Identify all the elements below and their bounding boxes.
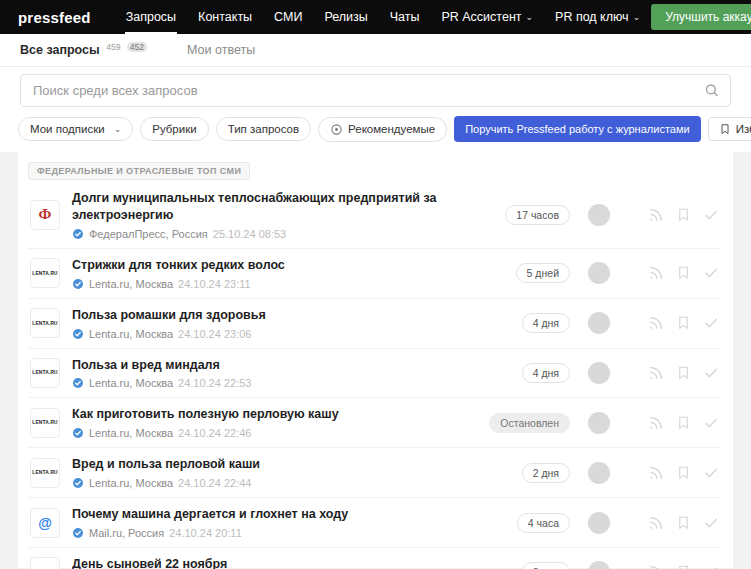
nav-item[interactable]: Чаты (379, 0, 431, 34)
request-title[interactable]: Стрижки для тонких редких волос (72, 257, 285, 274)
request-title[interactable]: Польза и вред миндаля (72, 357, 251, 374)
rss-icon[interactable] (648, 415, 664, 431)
nav-item-label: Релизы (324, 10, 367, 24)
topbar-right: Улучшить аккаунт NEW (651, 0, 751, 34)
assign-pressfeed-button[interactable]: Поручить Pressfeed работу с журналистами (454, 116, 700, 142)
bookmark-icon (719, 123, 731, 135)
my-subscriptions-filter[interactable]: Мои подписки ⌄ (18, 117, 133, 141)
rss-icon[interactable] (648, 207, 664, 223)
rss-icon[interactable] (648, 515, 664, 531)
request-row[interactable]: Ф Долги муниципальных теплоснабжающих пр… (28, 182, 721, 249)
nav-item[interactable]: СМИ (263, 0, 313, 34)
verified-icon (72, 377, 84, 389)
request-row[interactable]: LENTA.RU Стрижки для тонких редких волос… (28, 249, 721, 299)
request-row[interactable]: LENTA.RU Вред и польза перловой каши Len… (28, 448, 721, 498)
request-row[interactable]: LENTA.RU День сыновей 22 ноября Lenta.ru… (28, 548, 721, 569)
source-logo: LENTA.RU (30, 258, 60, 288)
deadline-badge: 2 дня (522, 463, 570, 483)
nav-item-label: Запросы (126, 10, 176, 24)
source-logo-text: LENTA.RU (32, 420, 58, 425)
source-logo-text: LENTA.RU (32, 470, 58, 475)
requests-count-secondary: 452 (127, 42, 147, 52)
request-types-filter[interactable]: Тип запросов (216, 117, 311, 141)
requests-card: ФЕДЕРАЛЬНЫЕ И ОТРАСЛЕВЫЕ ТОП СМИ Ф Долги… (18, 152, 733, 568)
request-types-label: Тип запросов (228, 123, 299, 135)
favorites-button[interactable]: Избранное (708, 117, 751, 141)
avatar (588, 204, 610, 226)
rss-icon[interactable] (648, 365, 664, 381)
request-datetime: 24.10.24 22:53 (178, 377, 251, 389)
check-icon[interactable] (703, 365, 719, 381)
request-source: Lenta.ru, Москва (89, 377, 173, 389)
bookmark-icon[interactable] (676, 465, 691, 481)
check-icon[interactable] (703, 564, 719, 569)
rss-icon[interactable] (648, 315, 664, 331)
request-row[interactable]: @ Почему машина дергается и глохнет на х… (28, 498, 721, 548)
request-datetime: 24.10.24 23:11 (178, 278, 251, 290)
tab-all-requests[interactable]: Все запросы 459 452 (20, 43, 147, 57)
source-logo: LENTA.RU (30, 557, 60, 569)
rss-icon[interactable] (648, 265, 664, 281)
bookmark-icon[interactable] (676, 515, 691, 531)
nav-item[interactable]: PR под ключ ⌄ (544, 0, 651, 34)
deadline-badge: 5 дней (516, 263, 570, 283)
rss-icon[interactable] (648, 564, 664, 569)
request-title[interactable]: Почему машина дергается и глохнет на ход… (72, 506, 348, 523)
top-bar: pressfeed Запросы Контакты СМИ Релизы (0, 0, 751, 34)
pressfeed-logo[interactable]: pressfeed (18, 0, 91, 34)
request-row[interactable]: LENTA.RU Как приготовить полезную перлов… (28, 398, 721, 448)
request-row[interactable]: LENTA.RU Польза и вред миндаля Lenta.ru,… (28, 349, 721, 399)
check-icon[interactable] (703, 465, 719, 481)
request-title[interactable]: День сыновей 22 ноября (72, 556, 251, 569)
verified-icon (72, 477, 84, 489)
request-title[interactable]: Польза ромашки для здоровья (72, 307, 266, 324)
request-actions: 4 дня (474, 312, 719, 334)
rubrics-filter[interactable]: Рубрики (140, 117, 208, 141)
bookmark-icon[interactable] (676, 365, 691, 381)
nav-item[interactable]: Релизы (313, 0, 378, 34)
check-icon[interactable] (703, 265, 719, 281)
bookmark-icon[interactable] (676, 415, 691, 431)
request-source: Lenta.ru, Москва (89, 278, 173, 290)
search-icon[interactable] (704, 82, 719, 97)
check-icon[interactable] (703, 315, 719, 331)
bookmark-icon[interactable] (676, 265, 691, 281)
request-actions: 2 дня (474, 462, 719, 484)
check-icon[interactable] (703, 515, 719, 531)
avatar (588, 362, 610, 384)
bookmark-icon[interactable] (676, 207, 691, 223)
request-title[interactable]: Как приготовить полезную перловую кашу (72, 406, 339, 423)
request-source: Lenta.ru, Москва (89, 477, 173, 489)
target-icon (330, 123, 343, 136)
source-logo-text: LENTA.RU (32, 271, 58, 276)
avatar (588, 512, 610, 534)
tab-my-answers[interactable]: Мои ответы (187, 43, 255, 57)
request-source: ФедералПресс, Россия (89, 228, 208, 240)
check-icon[interactable] (703, 207, 719, 223)
recommended-filter[interactable]: Рекомендуемые (318, 117, 447, 142)
nav-item[interactable]: PR Ассистент ⌄ (430, 0, 544, 34)
request-text: Вред и польза перловой каши Lenta.ru, Мо… (72, 456, 268, 489)
main-area: ФЕДЕРАЛЬНЫЕ И ОТРАСЛЕВЫЕ ТОП СМИ Ф Долги… (0, 152, 751, 568)
rss-icon[interactable] (648, 465, 664, 481)
upgrade-account-button[interactable]: Улучшить аккаунт (651, 4, 751, 30)
request-row[interactable]: LENTA.RU Польза ромашки для здоровья Len… (28, 299, 721, 349)
nav-item[interactable]: Контакты (187, 0, 263, 34)
chevron-down-icon: ⌄ (114, 125, 122, 134)
bookmark-icon[interactable] (676, 315, 691, 331)
deadline-badge: 4 дня (522, 313, 570, 333)
request-source: Lenta.ru, Москва (89, 328, 173, 340)
source-logo-text: Ф (39, 206, 52, 223)
bookmark-icon[interactable] (676, 564, 691, 569)
nav-item[interactable]: Запросы (115, 0, 187, 34)
request-meta: Mail.ru, Россия 24.10.24 20:11 (72, 527, 348, 539)
chevron-down-icon: ⌄ (526, 13, 534, 22)
request-actions: 4 часа (474, 512, 719, 534)
check-icon[interactable] (703, 415, 719, 431)
source-logo: LENTA.RU (30, 458, 60, 488)
request-title[interactable]: Вред и польза перловой каши (72, 456, 260, 473)
request-title[interactable]: Долги муниципальных теплоснабжающих пред… (72, 190, 466, 224)
search-input[interactable] (20, 74, 731, 107)
avatar (588, 412, 610, 434)
recommended-label: Рекомендуемые (348, 123, 435, 135)
